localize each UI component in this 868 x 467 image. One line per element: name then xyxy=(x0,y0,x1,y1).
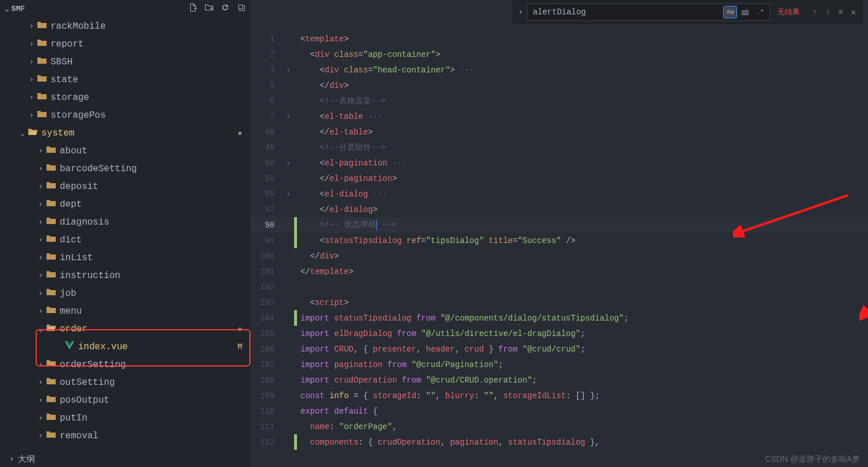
collapse-all-icon[interactable] xyxy=(237,3,246,14)
code-line[interactable]: 59› <el-dialog ··· xyxy=(250,186,868,202)
chevron-icon[interactable]: › xyxy=(28,93,36,102)
code-line[interactable]: 110export default { xyxy=(250,403,868,419)
new-folder-icon[interactable] xyxy=(205,3,214,14)
fold-icon[interactable]: › xyxy=(283,65,294,75)
tree-item-inList[interactable]: ›inList xyxy=(0,249,250,267)
code-line[interactable]: 102 xyxy=(250,279,868,295)
search-input[interactable] xyxy=(530,7,723,17)
tree-item-rackMobile[interactable]: ›rackMobile xyxy=(0,17,250,35)
vue-file-icon xyxy=(64,341,75,352)
chevron-icon[interactable]: › xyxy=(37,253,45,262)
fold-icon[interactable]: › xyxy=(283,159,294,168)
refresh-icon[interactable] xyxy=(221,3,230,14)
tree-item-storagePos[interactable]: ›storagePos xyxy=(0,106,250,124)
code-line[interactable]: 3› <div class="head-container"> ··· xyxy=(250,62,868,78)
tree-item-storage[interactable]: ›storage xyxy=(0,88,250,106)
next-match-icon[interactable]: ↓ xyxy=(825,7,830,17)
tree-item-label: dict xyxy=(60,235,242,245)
tree-item-outSetting[interactable]: ›outSetting xyxy=(0,373,250,391)
tree-item-diagnosis[interactable]: ›diagnosis xyxy=(0,213,250,231)
tree-item-posOutput[interactable]: ›posOutput xyxy=(0,391,250,409)
tree-item-deposit[interactable]: ›deposit xyxy=(0,177,250,195)
chevron-icon[interactable]: › xyxy=(37,396,45,404)
code-line[interactable]: 50› <el-pagination ··· xyxy=(250,155,868,171)
chevron-icon[interactable]: › xyxy=(37,218,45,226)
code-line[interactable]: 112 components: { crudOperation, paginat… xyxy=(250,434,868,450)
tree-item-putIn[interactable]: ›putIn xyxy=(0,409,250,427)
chevron-icon[interactable]: ⌄ xyxy=(18,129,26,138)
toggle-replace-icon[interactable]: › xyxy=(514,7,527,17)
tree-item-removal[interactable]: ›removal xyxy=(0,427,250,445)
code-line[interactable]: 106import CRUD, { presenter, header, cru… xyxy=(250,341,868,357)
chevron-icon[interactable]: › xyxy=(37,360,45,369)
tree-item-SBSH[interactable]: ›SBSH xyxy=(0,53,250,71)
chevron-icon[interactable]: › xyxy=(37,431,45,440)
code-line[interactable]: 98 <!-- 状态弹框 --> xyxy=(250,217,868,233)
tree-item-instruction[interactable]: ›instruction xyxy=(0,267,250,284)
chevron-icon[interactable]: › xyxy=(37,200,45,209)
code-line[interactable]: 101</template> xyxy=(250,264,868,279)
code-line[interactable]: 97 </el-dialog> xyxy=(250,202,868,217)
tree-item-order[interactable]: ⌄order● xyxy=(0,320,250,338)
code-line[interactable]: 48 </el-table> xyxy=(250,124,868,140)
code-line[interactable]: 108import crudOperation from "@crud/CRUD… xyxy=(250,372,868,388)
line-number: 97 xyxy=(250,205,283,214)
tree-item-dict[interactable]: ›dict xyxy=(0,231,250,249)
new-file-icon[interactable] xyxy=(188,3,198,14)
chevron-icon[interactable]: › xyxy=(37,236,45,244)
chevron-right-icon: › xyxy=(9,454,14,464)
chevron-icon[interactable]: › xyxy=(28,111,36,119)
find-in-selection-icon[interactable]: ≡ xyxy=(838,7,843,17)
code-line[interactable]: 5 </div> xyxy=(250,78,868,93)
chevron-icon[interactable]: › xyxy=(37,164,45,173)
chevron-icon[interactable]: › xyxy=(37,307,45,315)
code-line[interactable]: 49 <!--分页组件--> xyxy=(250,140,868,155)
code-line[interactable]: 109const info = { storageId: "", blurry:… xyxy=(250,388,868,403)
code-line[interactable]: 105import elDragDialog from "@/utils/dir… xyxy=(250,326,868,341)
code-line[interactable]: 111 name: "orderPage", xyxy=(250,419,868,434)
tree-item-dept[interactable]: ›dept xyxy=(0,195,250,213)
fold-icon[interactable]: › xyxy=(283,190,294,199)
chevron-icon[interactable]: › xyxy=(28,40,36,48)
code-line[interactable]: 1<template> xyxy=(250,31,868,47)
code-line[interactable]: 107import pagination from "@crud/Paginat… xyxy=(250,357,868,372)
code-line[interactable]: 2 <div class="app-container"> xyxy=(250,47,868,62)
code-line[interactable]: 103 <script> xyxy=(250,295,868,310)
chevron-icon[interactable]: › xyxy=(28,75,36,84)
tree-item-orderSetting[interactable]: ›orderSetting xyxy=(0,356,250,373)
folder-icon xyxy=(37,56,47,67)
close-icon[interactable]: ✕ xyxy=(851,7,856,17)
outline-section[interactable]: › 大纲 xyxy=(0,451,250,467)
match-case-icon[interactable]: Aa xyxy=(723,6,737,18)
chevron-icon[interactable]: ⌄ xyxy=(37,325,45,334)
chevron-icon[interactable]: › xyxy=(37,146,45,155)
collapse-icon[interactable]: ⌄ xyxy=(5,4,9,13)
code-content: <!--分页组件--> xyxy=(297,142,868,153)
code-line[interactable]: 58 </el-pagination> xyxy=(250,171,868,186)
chevron-icon[interactable]: › xyxy=(37,182,45,191)
chevron-icon[interactable]: › xyxy=(37,378,45,387)
chevron-icon[interactable]: › xyxy=(37,414,45,422)
tree-item-index.vue[interactable]: index.vueM xyxy=(0,338,250,356)
code-line[interactable]: 104import statusTipsdialog from "@/compo… xyxy=(250,310,868,326)
code-line[interactable]: 99 <statusTipsdialog ref="tipsDialog" ti… xyxy=(250,233,868,248)
tree-item-menu[interactable]: ›menu xyxy=(0,302,250,320)
code-line[interactable]: 7› <el-table ··· xyxy=(250,109,868,124)
tree-item-job[interactable]: ›job xyxy=(0,284,250,302)
whole-word-icon[interactable]: ab xyxy=(738,6,752,18)
tree-item-report[interactable]: ›report xyxy=(0,35,250,53)
chevron-icon[interactable]: › xyxy=(37,289,45,298)
tree-item-barcodeSetting[interactable]: ›barcodeSetting xyxy=(0,160,250,177)
prev-match-icon[interactable]: ↑ xyxy=(812,7,817,17)
tree-item-about[interactable]: ›about xyxy=(0,142,250,160)
code-line[interactable]: 6 <!--表格渲染--> xyxy=(250,93,868,109)
code-editor[interactable]: › Aa ab .* 无结果 ↑ ↓ ≡ ✕ 1<template>2 <div… xyxy=(250,0,868,467)
regex-icon[interactable]: .* xyxy=(753,6,767,18)
fold-icon[interactable]: › xyxy=(283,112,294,121)
tree-item-state[interactable]: ›state xyxy=(0,71,250,88)
chevron-icon[interactable]: › xyxy=(28,22,36,30)
chevron-icon[interactable]: › xyxy=(37,271,45,280)
chevron-icon[interactable]: › xyxy=(28,57,36,66)
code-line[interactable]: 100 </div> xyxy=(250,248,868,264)
tree-item-system[interactable]: ⌄system● xyxy=(0,124,250,142)
